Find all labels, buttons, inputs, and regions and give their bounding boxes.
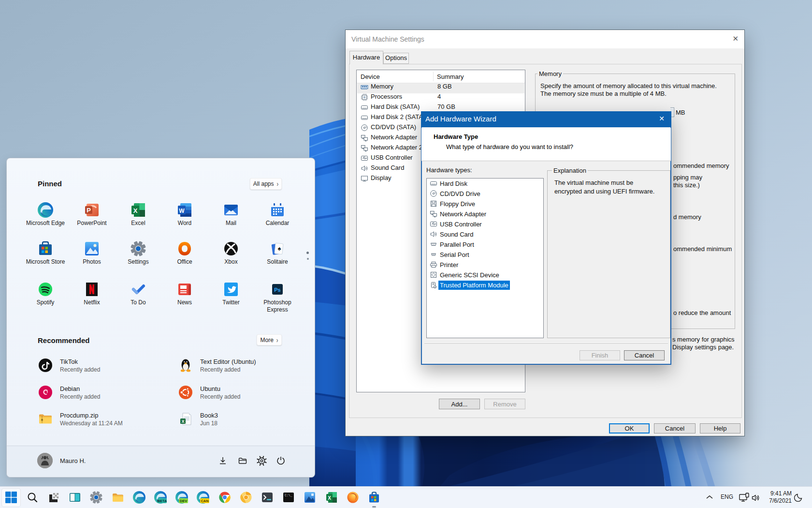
svg-text:X: X	[133, 207, 138, 214]
svg-text:W: W	[179, 208, 185, 214]
svg-text:BETA: BETA	[157, 499, 166, 503]
svg-text:Ps: Ps	[274, 287, 280, 293]
svg-text:X: X	[182, 419, 185, 424]
svg-text:DEV: DEV	[180, 499, 187, 503]
svg-text:P: P	[87, 207, 91, 214]
svg-text:CAN: CAN	[201, 499, 209, 503]
svg-text:C:\_: C:\_	[285, 494, 292, 497]
svg-text:X: X	[328, 495, 331, 501]
